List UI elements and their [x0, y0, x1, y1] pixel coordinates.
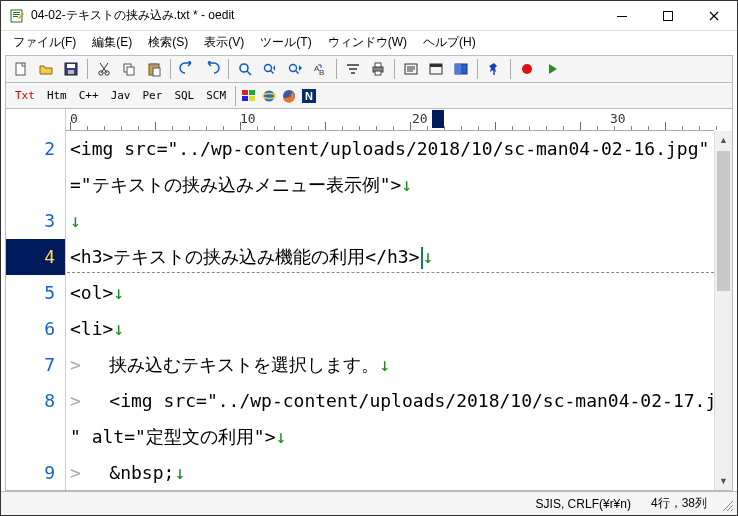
indent: >: [70, 354, 109, 375]
svg-rect-1: [13, 12, 20, 13]
lang-per[interactable]: Per: [138, 86, 168, 105]
code-text: <img src="../wp-content/uploads/2018/10/…: [109, 390, 714, 411]
paste-icon[interactable]: [143, 58, 165, 80]
line-number: 9: [6, 455, 65, 491]
lang-htm[interactable]: Htm: [42, 86, 72, 105]
app-window: 04-02-テキストの挟み込み.txt * - oedit ファイル(F) 編集…: [0, 0, 738, 516]
menu-window[interactable]: ウィンドウ(W): [320, 32, 415, 53]
toolbar-sep: [477, 59, 478, 79]
filter-icon[interactable]: [342, 58, 364, 80]
scroll-down-icon[interactable]: ▼: [715, 472, 732, 490]
status-encoding: SJIS, CRLF(¥r¥n): [536, 497, 631, 511]
titlebar: 04-02-テキストの挟み込み.txt * - oedit: [1, 1, 737, 31]
cut-icon[interactable]: [93, 58, 115, 80]
menu-view[interactable]: 表示(V): [196, 32, 252, 53]
minimize-button[interactable]: [599, 1, 645, 30]
copy-icon[interactable]: [118, 58, 140, 80]
toolbar-sep: [235, 86, 236, 106]
code-area[interactable]: <img src="../wp-content/uploads/2018/10/…: [66, 109, 714, 490]
code-text: 挟み込むテキストを選択します。: [109, 354, 379, 375]
scroll-thumb[interactable]: [717, 151, 730, 291]
svg-rect-34: [249, 96, 255, 101]
svg-text:B: B: [319, 68, 324, 77]
ruler: 0 10 20 30: [66, 109, 714, 131]
doc-view-icon[interactable]: [425, 58, 447, 80]
indent: >: [70, 462, 109, 483]
line-number: 7: [6, 347, 65, 383]
svg-rect-16: [153, 68, 160, 76]
code-text: <li>: [70, 318, 113, 339]
ie-icon[interactable]: [260, 87, 278, 105]
menubar: ファイル(F) 編集(E) 検索(S) 表示(V) ツール(T) ウィンドウ(W…: [1, 31, 737, 53]
line-number-current: 4: [6, 239, 65, 275]
svg-rect-15: [151, 63, 157, 66]
toolbar-sep: [228, 59, 229, 79]
svg-rect-2: [13, 14, 20, 15]
gutter: 2 3 4 5 6 7 8 9: [6, 109, 66, 490]
pin-icon[interactable]: [483, 58, 505, 80]
svg-rect-5: [664, 11, 673, 20]
ruler-num: 10: [240, 111, 256, 126]
code-text: ="テキストの挟み込みメニュー表示例">: [70, 174, 401, 195]
open-file-icon[interactable]: [35, 58, 57, 80]
play-icon[interactable]: [541, 58, 563, 80]
statusbar: SJIS, CRLF(¥r¥n) 4行，38列: [1, 491, 737, 515]
maximize-button[interactable]: [645, 1, 691, 30]
eol-icon: ↓: [423, 246, 434, 267]
vertical-scrollbar[interactable]: ▲ ▼: [714, 131, 732, 490]
lang-jav[interactable]: Jav: [106, 86, 136, 105]
menu-tool[interactable]: ツール(T): [252, 32, 319, 53]
print-icon[interactable]: [367, 58, 389, 80]
code-text: " alt="定型文の利用">: [70, 426, 276, 447]
lang-sql[interactable]: SQL: [169, 86, 199, 105]
save-icon[interactable]: [60, 58, 82, 80]
svg-point-17: [240, 64, 248, 72]
ruler-cursor: [432, 110, 444, 128]
scroll-up-icon[interactable]: ▲: [715, 131, 732, 149]
line-number: 6: [6, 311, 65, 347]
svg-text:N: N: [305, 90, 313, 102]
ruler-num: 0: [70, 111, 78, 126]
svg-rect-32: [249, 90, 255, 95]
line-view-icon[interactable]: [400, 58, 422, 80]
eol-icon: ↓: [276, 426, 287, 447]
eol-icon: ↓: [174, 462, 185, 483]
svg-rect-33: [242, 96, 248, 101]
toolbar-sep: [87, 59, 88, 79]
menu-help[interactable]: ヘルプ(H): [415, 32, 484, 53]
code-text: <ol>: [70, 282, 113, 303]
windows-flag-icon[interactable]: [240, 87, 258, 105]
window-title: 04-02-テキストの挟み込み.txt * - oedit: [31, 7, 599, 24]
menu-search[interactable]: 検索(S): [140, 32, 196, 53]
toolbar-sep: [394, 59, 395, 79]
menu-file[interactable]: ファイル(F): [5, 32, 84, 53]
svg-rect-27: [430, 64, 442, 67]
record-icon[interactable]: [516, 58, 538, 80]
svg-rect-3: [13, 16, 18, 17]
find-next-icon[interactable]: [284, 58, 306, 80]
find-icon[interactable]: [234, 58, 256, 80]
close-button[interactable]: [691, 1, 737, 30]
redo-icon[interactable]: [201, 58, 223, 80]
new-file-icon[interactable]: [10, 58, 32, 80]
resize-grip-icon[interactable]: [721, 499, 735, 513]
svg-point-18: [265, 65, 272, 72]
svg-point-19: [290, 65, 297, 72]
lang-scm[interactable]: SCM: [201, 86, 231, 105]
toolbar: AB: [5, 55, 733, 83]
eol-icon: ↓: [379, 354, 390, 375]
eol-icon: ↓: [113, 318, 124, 339]
indent: >: [70, 390, 109, 411]
split-view-icon[interactable]: [450, 58, 472, 80]
code-text: <h3>テキストの挟み込み機能の利用</h3>: [70, 246, 420, 267]
find-prev-icon[interactable]: [259, 58, 281, 80]
undo-icon[interactable]: [176, 58, 198, 80]
line-number: 2: [6, 131, 65, 167]
lang-txt[interactable]: Txt: [10, 86, 40, 105]
replace-icon[interactable]: AB: [309, 58, 331, 80]
menu-edit[interactable]: 編集(E): [84, 32, 140, 53]
code-text: <img src="../wp-content/uploads/2018/10/…: [70, 138, 714, 159]
firefox-icon[interactable]: [280, 87, 298, 105]
netscape-icon[interactable]: N: [300, 87, 318, 105]
lang-cpp[interactable]: C++: [74, 86, 104, 105]
